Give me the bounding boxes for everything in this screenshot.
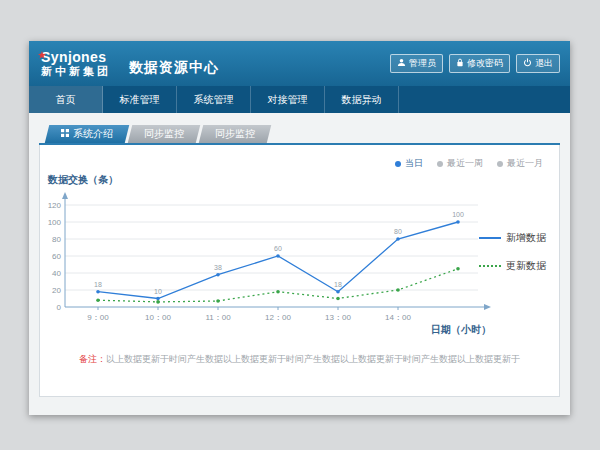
svg-text:9：00: 9：00 xyxy=(87,313,109,322)
svg-text:60: 60 xyxy=(52,252,61,261)
nav-item-home[interactable]: 首页 xyxy=(29,86,103,113)
legend-dot-icon xyxy=(437,161,443,167)
footnote-prefix: 备注： xyxy=(79,354,106,364)
change-password-button[interactable]: 修改密码 xyxy=(449,54,510,73)
nav-item-integration[interactable]: 对接管理 xyxy=(251,86,325,113)
svg-text:日期（小时）: 日期（小时） xyxy=(431,324,491,335)
svg-text:18: 18 xyxy=(334,281,342,288)
legend-last-month-label: 最近一月 xyxy=(507,157,543,170)
user-icon xyxy=(397,58,406,69)
legend-today[interactable]: 当日 xyxy=(395,157,423,170)
content-area: 系统介绍 同步监控 同步监控 当日 最近一周 xyxy=(29,113,570,415)
line-sample-icon xyxy=(479,237,501,239)
tab-sync-monitor-2-label: 同步监控 xyxy=(215,125,255,143)
admin-user-button[interactable]: 管理员 xyxy=(390,54,443,73)
svg-text:18: 18 xyxy=(94,281,102,288)
svg-text:13：00: 13：00 xyxy=(325,313,351,322)
footnote: 备注：以上数据更新于时间产生数据以上数据更新于时间产生数据以上数据更新于时间产生… xyxy=(40,353,559,366)
svg-text:0: 0 xyxy=(57,303,62,312)
tab-sync-monitor-2[interactable]: 同步监控 xyxy=(199,125,271,143)
tab-bar: 系统介绍 同步监控 同步监控 xyxy=(47,125,570,143)
logout-button[interactable]: 退出 xyxy=(516,54,560,73)
legend-dot-icon xyxy=(497,161,503,167)
nav-item-system[interactable]: 系统管理 xyxy=(177,86,251,113)
series-legend: 新增数据 更新数据 xyxy=(479,231,555,287)
chart-panel: 当日 最近一周 最近一月 数据交换（条） 0204060801001209：00… xyxy=(39,145,560,397)
svg-text:60: 60 xyxy=(274,245,282,252)
grid-icon xyxy=(61,125,69,143)
header-actions: 管理员 修改密码 退出 xyxy=(390,54,560,73)
svg-text:120: 120 xyxy=(48,201,62,210)
chart-filter-legend: 当日 最近一周 最近一月 xyxy=(395,157,543,170)
dashed-line-sample-icon xyxy=(479,265,501,267)
legend-dot-icon xyxy=(395,161,401,167)
svg-text:10：00: 10：00 xyxy=(145,313,171,322)
svg-text:14：00: 14：00 xyxy=(385,313,411,322)
page-title: 数据资源中心 xyxy=(129,51,219,77)
tab-sync-monitor-1-label: 同步监控 xyxy=(144,125,184,143)
legend-last-week[interactable]: 最近一周 xyxy=(437,157,483,170)
legend-series-new-data[interactable]: 新增数据 xyxy=(479,231,555,245)
tab-sync-monitor-1[interactable]: 同步监控 xyxy=(128,125,200,143)
svg-text:12：00: 12：00 xyxy=(265,313,291,322)
logout-label: 退出 xyxy=(535,57,553,70)
logo-star-icon xyxy=(38,45,46,63)
brand-name-en: Synjones xyxy=(41,49,111,65)
brand-name-cn: 新中新集团 xyxy=(41,65,111,78)
svg-text:10: 10 xyxy=(154,288,162,295)
svg-text:80: 80 xyxy=(394,228,402,235)
brand-logo: Synjones 新中新集团 xyxy=(39,49,111,78)
svg-text:11：00: 11：00 xyxy=(205,313,231,322)
svg-text:100: 100 xyxy=(48,218,62,227)
admin-user-label: 管理员 xyxy=(409,57,436,70)
svg-text:20: 20 xyxy=(52,286,61,295)
nav-item-standards[interactable]: 标准管理 xyxy=(103,86,177,113)
nav-item-data-changes[interactable]: 数据异动 xyxy=(325,86,399,113)
lock-icon xyxy=(456,58,464,69)
svg-text:80: 80 xyxy=(52,235,61,244)
tab-system-intro-label: 系统介绍 xyxy=(73,125,113,143)
app-header: Synjones 新中新集团 数据资源中心 管理员 修改密码 退出 xyxy=(29,41,570,86)
svg-text:38: 38 xyxy=(214,264,222,271)
series-new-data-label: 新增数据 xyxy=(506,231,546,245)
legend-today-label: 当日 xyxy=(405,157,423,170)
tab-system-intro[interactable]: 系统介绍 xyxy=(45,125,129,143)
footnote-text: 以上数据更新于时间产生数据以上数据更新于时间产生数据以上数据更新于时间产生数据以… xyxy=(106,354,520,364)
legend-series-updated-data[interactable]: 更新数据 xyxy=(479,259,555,273)
legend-last-week-label: 最近一周 xyxy=(447,157,483,170)
series-updated-data-label: 更新数据 xyxy=(506,259,546,273)
main-nav: 首页 标准管理 系统管理 对接管理 数据异动 xyxy=(29,86,570,113)
legend-last-month[interactable]: 最近一月 xyxy=(497,157,543,170)
chart-svg: 0204060801001209：0010：0011：0012：0013：001… xyxy=(48,185,508,335)
svg-text:40: 40 xyxy=(52,269,61,278)
app-window: Synjones 新中新集团 数据资源中心 管理员 修改密码 退出 xyxy=(29,41,570,415)
svg-text:100: 100 xyxy=(452,211,464,218)
power-icon xyxy=(523,58,532,69)
change-password-label: 修改密码 xyxy=(467,57,503,70)
